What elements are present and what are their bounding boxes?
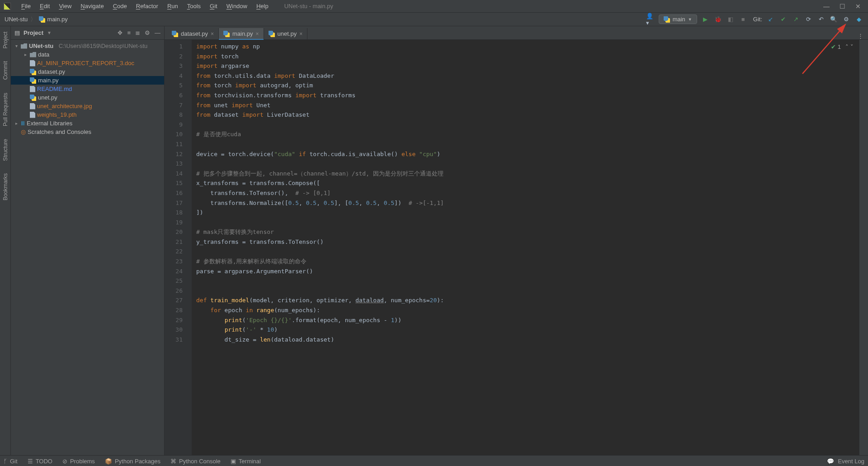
editor-tab-unet-py[interactable]: unet.py× <box>264 28 308 39</box>
stop-icon[interactable]: ■ <box>739 15 748 24</box>
bottom-tool-problems[interactable]: ⊘Problems <box>62 458 95 465</box>
code-line[interactable]: # 参数解析器,用来解析从终端读取的命令 <box>196 257 854 266</box>
side-tool-bookmarks[interactable]: Bookmarks <box>2 171 9 202</box>
project-tree[interactable]: ▾ UNet-stu C:\Users\86159\Desktop\UNet-s… <box>11 40 164 455</box>
code-line[interactable]: import torch <box>196 52 854 62</box>
close-icon[interactable]: ✕ <box>855 3 861 10</box>
chevron-down-icon[interactable]: ▼ <box>47 30 52 35</box>
tree-root[interactable]: ▾ UNet-stu C:\Users\86159\Desktop\UNet-s… <box>11 42 164 50</box>
code-line[interactable]: for epoch in range(num_epochs): <box>196 305 854 315</box>
code-line[interactable]: from torchvision.transforms import trans… <box>196 90 854 100</box>
bottom-tool-python-packages[interactable]: 📦Python Packages <box>105 458 160 465</box>
code-line[interactable]: def train_model(model, criterion, optimi… <box>196 295 854 305</box>
close-tab-icon[interactable]: × <box>299 31 302 37</box>
add-user-icon[interactable]: 👤▾ <box>646 15 655 24</box>
bottom-tool-terminal[interactable]: ▣Terminal <box>231 458 261 465</box>
collapse-all-icon[interactable]: ≣ <box>135 29 140 36</box>
project-pane-title[interactable]: Project <box>24 29 43 36</box>
code-line[interactable]: ]) <box>196 208 854 218</box>
code-line[interactable] <box>196 120 854 130</box>
code-line[interactable]: print('-' * 10) <box>196 325 854 335</box>
side-tool-pull-requests[interactable]: Pull Requests <box>2 91 9 128</box>
menu-git[interactable]: Git <box>206 1 222 11</box>
editor-tab-dataset-py[interactable]: dataset.py× <box>167 28 219 39</box>
code-line[interactable]: dt_size = len(dataload.dataset) <box>196 335 854 345</box>
side-tool-project[interactable]: Project <box>2 30 9 50</box>
nav-up-icon[interactable]: ˄ <box>845 43 849 50</box>
menu-run[interactable]: Run <box>163 1 182 11</box>
tree-item-dataset-py[interactable]: dataset.py <box>11 67 164 76</box>
event-log-label[interactable]: Event Log <box>838 458 864 465</box>
code-line[interactable] <box>196 286 854 296</box>
bottom-tool-todo[interactable]: ☰TODO <box>28 458 52 465</box>
code-line[interactable]: import numpy as np <box>196 42 854 52</box>
code-line[interactable]: parse = argparse.ArgumentParser() <box>196 266 854 276</box>
code-line[interactable]: device = torch.device("cuda" if torch.cu… <box>196 149 854 159</box>
code-line[interactable]: from dataset import LiverDataset <box>196 110 854 120</box>
tree-item-data[interactable]: ▸data <box>11 50 164 59</box>
tree-item-main-py[interactable]: main.py <box>11 76 164 85</box>
code-line[interactable] <box>196 247 854 257</box>
locate-icon[interactable]: ✥ <box>118 29 123 36</box>
fold-strip[interactable] <box>186 40 192 455</box>
code-line[interactable]: x_transforms = transforms.Compose([ <box>196 178 854 188</box>
menu-window[interactable]: Window <box>222 1 251 11</box>
code-line[interactable]: print('Epoch {}/{}'.format(epoch, num_ep… <box>196 315 854 325</box>
code-line[interactable]: from unet import Unet <box>196 100 854 110</box>
inspection-badge[interactable]: ✔ 1 ˄ ˅ <box>828 43 856 51</box>
code-line[interactable]: # 是否使用cuda <box>196 129 854 139</box>
settings-icon[interactable]: ⚙ <box>842 15 851 24</box>
gear-icon[interactable]: ⚙ <box>145 29 150 36</box>
code-line[interactable]: import argparse <box>196 61 854 71</box>
more-tabs-icon[interactable]: ⋮ <box>853 33 868 39</box>
code-line[interactable]: # 把多个步骤整合到一起, channel=（channel-mean）/std… <box>196 169 854 179</box>
code-line[interactable] <box>196 159 854 169</box>
history-icon[interactable]: ⟳ <box>804 15 813 24</box>
breadcrumb-project[interactable]: UNet-stu <box>5 16 28 23</box>
menu-code[interactable]: Code <box>109 1 131 11</box>
code-line[interactable] <box>196 276 854 286</box>
menu-file[interactable]: File <box>17 1 35 11</box>
hide-pane-icon[interactable]: — <box>155 29 160 36</box>
chevron-right-icon[interactable]: ▸ <box>14 121 19 126</box>
ide-services-icon[interactable]: ◆ <box>854 15 863 24</box>
code-line[interactable] <box>196 218 854 228</box>
chevron-down-icon[interactable]: ▾ <box>14 43 19 48</box>
tree-item-readme-md[interactable]: README.md <box>11 85 164 93</box>
tree-scratches[interactable]: ◎ Scratches and Consoles <box>11 128 164 136</box>
tree-item-ai-mini-project-report-3-doc[interactable]: AI_MINI_PROJECT_REPORT_3.doc <box>11 59 164 67</box>
maximize-icon[interactable]: ☐ <box>840 3 845 10</box>
run-icon[interactable]: ▶ <box>701 15 710 24</box>
code-line[interactable]: y_transforms = transforms.ToTensor() <box>196 237 854 247</box>
minimize-icon[interactable]: — <box>823 3 830 10</box>
menu-edit[interactable]: Edit <box>36 1 54 11</box>
line-number-gutter[interactable]: 1234567891011121314151617181920212223242… <box>165 40 186 455</box>
coverage-icon[interactable]: ◧ <box>726 15 735 24</box>
code-line[interactable] <box>196 139 854 149</box>
code-line[interactable]: transforms.Normalize([0.5, 0.5, 0.5], [0… <box>196 198 854 208</box>
tree-item-unet-architecture-jpg[interactable]: unet_architecture.jpg <box>11 102 164 110</box>
breadcrumb[interactable]: UNet-stu 〉 main.py <box>5 15 68 24</box>
code-line[interactable]: transforms.ToTensor(), # -> [0,1] <box>196 188 854 198</box>
code-line[interactable]: from torch.utils.data import DataLoader <box>196 71 854 81</box>
menu-navigate[interactable]: Navigate <box>76 1 108 11</box>
run-config-select[interactable]: main ▼ <box>659 14 697 24</box>
git-push-icon[interactable]: ↗ <box>791 15 800 24</box>
search-icon[interactable]: 🔍 <box>829 15 838 24</box>
debug-icon[interactable]: 🐞 <box>713 15 722 24</box>
nav-down-icon[interactable]: ˅ <box>850 43 854 50</box>
menu-refactor[interactable]: Refactor <box>132 1 162 11</box>
code-editor[interactable]: import numpy as npimport torchimport arg… <box>192 40 859 455</box>
side-tool-structure[interactable]: Structure <box>2 137 9 163</box>
tree-item-weights-19-pth[interactable]: weights_19.pth <box>11 110 164 119</box>
code-line[interactable]: from torch import autograd, optim <box>196 81 854 90</box>
bottom-tool-python-console[interactable]: ⌘Python Console <box>170 458 221 465</box>
git-commit-icon[interactable]: ✔ <box>778 15 788 24</box>
code-line[interactable]: # mask只需要转换为tensor <box>196 227 854 237</box>
project-view-icon[interactable]: ▤ <box>14 29 20 36</box>
menu-view[interactable]: View <box>55 1 75 11</box>
expand-all-icon[interactable]: ≡ <box>127 29 131 36</box>
chevron-right-icon[interactable]: ▸ <box>23 52 28 57</box>
rollback-icon[interactable]: ↶ <box>816 15 826 24</box>
error-stripe[interactable] <box>859 40 868 455</box>
